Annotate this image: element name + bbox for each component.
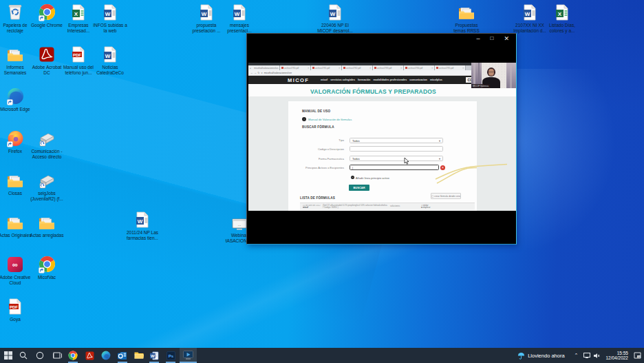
svg-text:W: W	[138, 218, 143, 224]
svg-text:W: W	[330, 10, 336, 17]
svg-text:W: W	[105, 10, 111, 17]
svg-text:W: W	[235, 10, 240, 17]
svg-text:W: W	[525, 10, 530, 17]
svg-text:Ps: Ps	[168, 354, 173, 358]
svg-text:W: W	[151, 353, 155, 357]
svg-text:W: W	[105, 52, 111, 59]
svg-text:X: X	[74, 10, 78, 17]
svg-text:...: ...	[237, 222, 241, 227]
svg-text:PDF: PDF	[73, 52, 81, 56]
svg-text:24: 24	[638, 356, 641, 359]
svg-text:X: X	[558, 10, 562, 17]
svg-text:PDF: PDF	[10, 304, 18, 309]
svg-text:∞: ∞	[12, 260, 18, 269]
svg-text:W: W	[202, 10, 207, 17]
